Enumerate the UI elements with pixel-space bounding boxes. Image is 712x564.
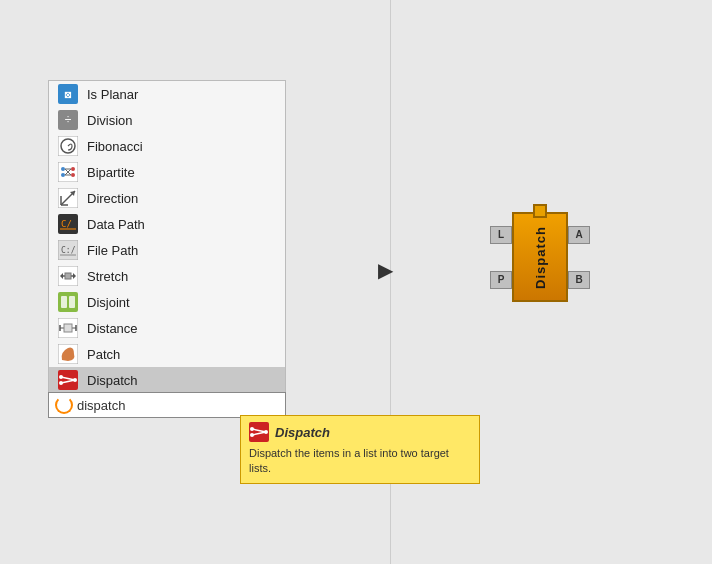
menu-item-is-planar[interactable]: ⊠ Is Planar [49,81,285,107]
menu-item-file-path[interactable]: C:/ File Path [49,237,285,263]
port-connector-A[interactable]: A [568,226,590,244]
file-path-icon: C:/ [57,239,79,261]
distance-icon [57,317,79,339]
svg-rect-32 [61,296,67,308]
port-connector-P: P [490,271,512,289]
menu-item-label: Patch [87,347,120,362]
svg-text:C:/: C:/ [61,246,76,255]
dispatch-node[interactable]: L P Dispatch A B [490,212,590,302]
svg-rect-33 [69,296,75,308]
stretch-icon [57,265,79,287]
arrow-symbol: ▶ [378,258,393,282]
menu-item-disjoint[interactable]: Disjoint [49,289,285,315]
port-L[interactable]: L [490,226,512,244]
menu-item-stretch[interactable]: Stretch [49,263,285,289]
search-spinner-icon [55,396,73,414]
port-connector-L: L [490,226,512,244]
menu-item-label: Is Planar [87,87,138,102]
menu-item-bipartite[interactable]: Bipartite [49,159,285,185]
node-body: L P Dispatch A B [490,212,590,302]
svg-point-9 [71,167,75,171]
menu-item-label: File Path [87,243,138,258]
is-planar-icon: ⊠ [57,83,79,105]
search-input-value: dispatch [77,398,125,413]
patch-icon [57,343,79,365]
menu-item-label: Data Path [87,217,145,232]
menu-item-label: Division [87,113,133,128]
tooltip-header: Dispatch [249,422,471,442]
menu-item-label: Disjoint [87,295,130,310]
tooltip-panel: Dispatch Dispatch the items in a list in… [240,415,480,484]
node-top-connector [533,204,547,218]
menu-item-label: Direction [87,191,138,206]
port-label-L: L [498,229,504,240]
svg-point-7 [61,167,65,171]
tooltip-description: Dispatch the items in a list into two ta… [249,446,471,477]
menu-item-label: Bipartite [87,165,135,180]
port-label-B: B [575,274,582,285]
menu-item-direction[interactable]: Direction [49,185,285,211]
menu-item-label: Distance [87,321,138,336]
port-label-A: A [575,229,582,240]
direction-icon [57,187,79,209]
canvas: ▶ ⊠ Is Planar ÷ Division [0,0,712,564]
node-right-ports: A B [568,212,590,302]
svg-text:÷: ÷ [65,113,72,127]
menu-item-label: Fibonacci [87,139,143,154]
svg-rect-38 [64,324,72,332]
tooltip-dispatch-icon [249,422,269,442]
svg-point-8 [61,173,65,177]
fibonacci-icon [57,135,79,157]
port-P[interactable]: P [490,271,512,289]
menu-item-division[interactable]: ÷ Division [49,107,285,133]
menu-item-distance[interactable]: Distance [49,315,285,341]
node-center-body: Dispatch [512,212,568,302]
svg-rect-30 [65,273,71,279]
svg-point-51 [264,430,268,434]
svg-point-49 [250,427,254,431]
node-title-label: Dispatch [533,226,548,289]
autocomplete-panel: ⊠ Is Planar ÷ Division Fib [48,80,286,393]
node-left-ports: L P [490,212,512,302]
svg-point-45 [73,378,77,382]
menu-item-patch[interactable]: Patch [49,341,285,367]
svg-point-44 [59,381,63,385]
menu-item-label: Dispatch [87,373,138,388]
svg-point-43 [59,375,63,379]
disjoint-icon [57,291,79,313]
port-label-P: P [498,274,505,285]
menu-item-dispatch[interactable]: Dispatch [49,367,285,393]
menu-item-label: Stretch [87,269,128,284]
port-connector-B[interactable]: B [568,271,590,289]
division-icon: ÷ [57,109,79,131]
bipartite-icon [57,161,79,183]
menu-item-fibonacci[interactable]: Fibonacci [49,133,285,159]
svg-text:⊠: ⊠ [64,90,72,100]
svg-point-10 [71,173,75,177]
data-path-icon: C/ [57,213,79,235]
dispatch-icon [57,369,79,391]
tooltip-title: Dispatch [275,425,330,440]
svg-text:C/: C/ [61,219,72,229]
menu-item-data-path[interactable]: C/ Data Path [49,211,285,237]
svg-point-50 [250,433,254,437]
